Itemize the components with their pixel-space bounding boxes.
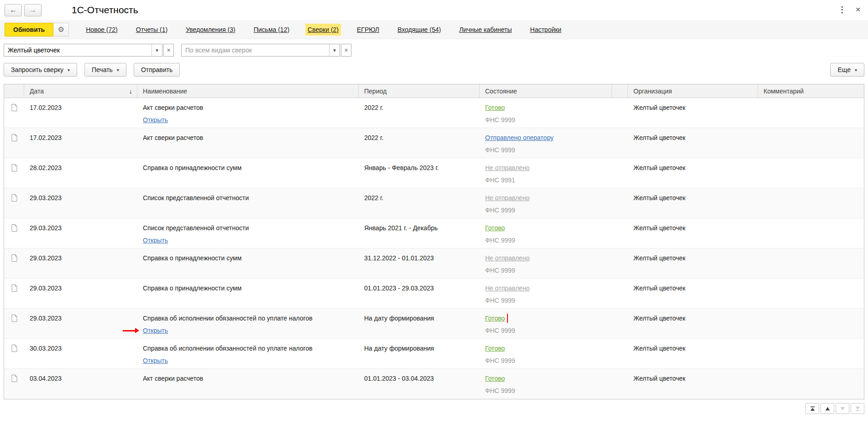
row-spacer-cell <box>612 218 628 248</box>
column-header-icon[interactable] <box>4 84 24 98</box>
row-date: 03.04.2023 <box>30 374 132 383</box>
organization-filter: ▾ <box>4 44 162 57</box>
status-link[interactable]: Готово <box>485 374 505 383</box>
organization-filter-clear-button[interactable]: × <box>163 44 174 57</box>
scroll-down-button[interactable] <box>836 403 849 414</box>
document-icon <box>11 254 17 262</box>
close-icon[interactable]: ✕ <box>855 6 861 13</box>
tab-3[interactable]: Письма (12) <box>251 24 292 36</box>
scroll-up-button[interactable] <box>821 403 834 414</box>
send-button[interactable]: Отправить <box>134 63 180 77</box>
table-row[interactable]: 30.03.2023 Справка об исполнении обязанн… <box>4 339 864 369</box>
column-header-organization[interactable]: Организация <box>628 84 758 98</box>
row-name: Акт сверки расчетов <box>143 103 353 112</box>
scroll-to-bottom-icon <box>855 406 860 411</box>
row-organization: Желтый цветочек <box>633 253 753 263</box>
open-link[interactable]: Открыть <box>143 237 168 244</box>
column-header-date[interactable]: Дата ↓ <box>24 84 137 98</box>
row-name: Справка о принадлежности сумм <box>143 253 353 263</box>
kebab-menu-icon[interactable]: ⋮ <box>838 5 846 15</box>
row-authority: ФНС 9999 <box>485 326 607 335</box>
table-row[interactable]: 17.02.2023 Акт сверки расчетов Открыть 2… <box>4 98 864 128</box>
row-authority: ФНС 9999 <box>485 296 607 305</box>
table-row[interactable]: 29.03.2023 Список представленной отчетно… <box>4 188 864 218</box>
tab-6[interactable]: Входящие (54) <box>395 24 443 36</box>
table-row[interactable]: 29.03.2023 Список представленной отчетно… <box>4 218 864 248</box>
row-period: На дату формирования <box>364 314 474 323</box>
open-link[interactable]: Открыть <box>143 327 168 334</box>
history-back-button[interactable]: ← <box>5 4 22 16</box>
row-organization: Желтый цветочек <box>633 284 753 293</box>
table-row[interactable]: 29.03.2023 Справка о принадлежности сумм… <box>4 279 864 309</box>
open-link[interactable]: Открыть <box>143 116 168 124</box>
column-header-period[interactable]: Период <box>359 84 480 98</box>
scroll-down-icon <box>840 406 845 411</box>
status-link[interactable]: Готово <box>485 314 505 323</box>
page-title: 1С-Отчетность <box>72 5 138 16</box>
type-filter-dropdown-button[interactable]: ▾ <box>329 44 340 56</box>
tab-0[interactable]: Новое (72) <box>84 24 120 36</box>
column-header-status[interactable]: Состояние <box>480 84 612 98</box>
row-date: 17.02.2023 <box>30 133 132 142</box>
row-period: Январь 2021 г. - Декабрь <box>364 223 474 233</box>
refresh-settings-button[interactable]: ⚙ <box>53 23 69 36</box>
more-button[interactable]: Еще ▾ <box>830 63 864 77</box>
row-authority: ФНС 9999 <box>485 266 607 275</box>
column-header-comment[interactable]: Комментарий <box>758 84 864 98</box>
table-row[interactable]: 03.04.2023 Акт сверки расчетов 01.01.202… <box>4 369 864 399</box>
tab-4[interactable]: Сверки (2) <box>305 24 341 36</box>
print-button[interactable]: Печать ▾ <box>84 63 126 77</box>
row-authority: ФНС 9999 <box>485 115 607 124</box>
type-filter: ▾ <box>181 44 340 57</box>
tab-1[interactable]: Отчеты (1) <box>134 24 170 36</box>
column-header-name[interactable]: Наименование <box>137 84 359 98</box>
scroll-to-bottom-button[interactable] <box>851 403 864 414</box>
tab-5[interactable]: ЕГРЮЛ <box>355 24 382 36</box>
table-row[interactable]: 28.02.2023 Справка о принадлежности сумм… <box>4 158 864 188</box>
history-forward-button[interactable]: → <box>24 4 42 16</box>
tab-8[interactable]: Настройки <box>528 24 564 36</box>
open-link[interactable]: Открыть <box>143 357 168 364</box>
command-bar: Обновить ⚙ Новое (72)Отчеты (1)Уведомлен… <box>0 20 868 39</box>
row-authority: ФНС 9999 <box>485 206 607 215</box>
row-date: 28.02.2023 <box>30 163 132 172</box>
status-link[interactable]: Не отправлено <box>485 253 529 263</box>
status-link[interactable]: Готово <box>485 223 505 233</box>
annotation-arrow-icon <box>123 328 139 333</box>
list-pager <box>4 403 864 414</box>
document-icon <box>11 164 17 171</box>
row-organization: Желтый цветочек <box>633 193 753 202</box>
status-link[interactable]: Готово <box>485 103 505 112</box>
refresh-split-button: Обновить ⚙ <box>5 23 69 36</box>
table-row[interactable]: 29.03.2023 Справка о принадлежности сумм… <box>4 248 864 279</box>
organization-filter-input[interactable] <box>4 44 152 56</box>
row-organization: Желтый цветочек <box>633 163 753 172</box>
row-period: 2022 г. <box>364 103 474 112</box>
scroll-up-icon <box>825 406 830 411</box>
tab-2[interactable]: Уведомления (3) <box>183 24 238 36</box>
row-period: 31.12.2022 - 01.01.2023 <box>364 253 474 263</box>
row-organization: Желтый цветочек <box>633 223 753 233</box>
status-link[interactable]: Не отправлено <box>485 284 529 293</box>
row-authority: ФНС 9991 <box>485 176 607 185</box>
status-link[interactable]: Готово <box>485 344 505 353</box>
refresh-button[interactable]: Обновить <box>5 23 53 36</box>
row-authority: ФНС 9999 <box>485 356 607 365</box>
row-date: 29.03.2023 <box>30 253 132 263</box>
status-link[interactable]: Отправлено оператору <box>485 133 554 142</box>
status-link[interactable]: Не отправлено <box>485 193 529 202</box>
status-link[interactable]: Не отправлено <box>485 163 529 172</box>
organization-filter-dropdown-button[interactable]: ▾ <box>152 44 162 56</box>
action-bar: Запросить сверку ▾ Печать ▾ Отправить Ещ… <box>0 57 868 77</box>
row-name: Справка об исполнении обязанностей по уп… <box>143 344 353 353</box>
type-filter-input[interactable] <box>182 44 329 56</box>
request-reconciliation-button[interactable]: Запросить сверку ▾ <box>4 63 77 77</box>
table-body: 17.02.2023 Акт сверки расчетов Открыть 2… <box>4 98 864 399</box>
table-row[interactable]: 29.03.2023 Справка об исполнении обязанн… <box>4 309 864 339</box>
filter-bar: ▾ × ▾ × <box>0 39 868 57</box>
type-filter-clear-button[interactable]: × <box>341 44 351 57</box>
row-spacer-cell <box>612 279 628 308</box>
scroll-to-top-button[interactable] <box>805 403 819 414</box>
table-row[interactable]: 17.02.2023 Акт сверки расчетов 2022 г. О… <box>4 128 864 158</box>
tab-7[interactable]: Личные кабинеты <box>457 24 514 36</box>
